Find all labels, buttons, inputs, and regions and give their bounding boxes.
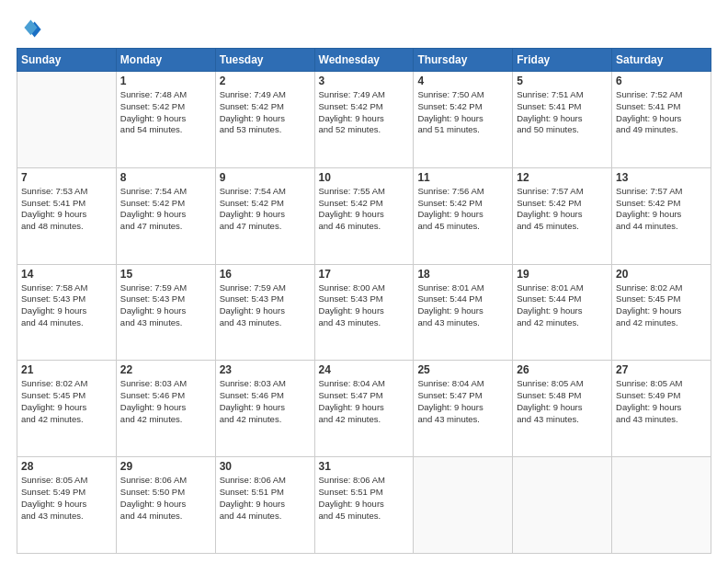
calendar-day-cell: 31Sunrise: 8:06 AM Sunset: 5:51 PM Dayli… [314, 457, 414, 554]
day-number: 15 [120, 268, 211, 281]
day-info: Sunrise: 8:05 AM Sunset: 5:49 PM Dayligh… [616, 378, 707, 425]
calendar-day-cell: 20Sunrise: 8:02 AM Sunset: 5:45 PM Dayli… [612, 264, 711, 361]
calendar-week-row: 1Sunrise: 7:48 AM Sunset: 5:42 PM Daylig… [17, 72, 711, 168]
calendar-day-cell [513, 457, 612, 554]
day-number: 31 [319, 460, 410, 473]
day-number: 16 [220, 268, 311, 281]
calendar-day-cell: 4Sunrise: 7:50 AM Sunset: 5:42 PM Daylig… [414, 72, 513, 168]
day-info: Sunrise: 7:58 AM Sunset: 5:43 PM Dayligh… [21, 282, 112, 329]
day-info: Sunrise: 8:06 AM Sunset: 5:51 PM Dayligh… [319, 475, 410, 522]
day-number: 7 [21, 171, 112, 184]
calendar-day-cell: 12Sunrise: 7:57 AM Sunset: 5:42 PM Dayli… [513, 167, 612, 264]
calendar-day-cell: 13Sunrise: 7:57 AM Sunset: 5:42 PM Dayli… [612, 167, 711, 264]
day-number: 10 [319, 171, 410, 184]
day-number: 3 [319, 75, 410, 87]
day-number: 22 [120, 363, 211, 376]
day-info: Sunrise: 7:59 AM Sunset: 5:43 PM Dayligh… [220, 282, 311, 329]
calendar-day-cell: 24Sunrise: 8:04 AM Sunset: 5:47 PM Dayli… [314, 361, 414, 457]
day-number: 18 [417, 268, 508, 281]
day-info: Sunrise: 8:02 AM Sunset: 5:45 PM Dayligh… [616, 282, 707, 329]
day-info: Sunrise: 8:02 AM Sunset: 5:45 PM Dayligh… [21, 378, 112, 425]
day-info: Sunrise: 7:57 AM Sunset: 5:42 PM Dayligh… [517, 186, 608, 233]
day-info: Sunrise: 8:01 AM Sunset: 5:44 PM Dayligh… [417, 282, 508, 329]
day-number: 30 [220, 460, 311, 473]
day-info: Sunrise: 8:06 AM Sunset: 5:50 PM Dayligh… [120, 475, 211, 522]
day-number: 25 [417, 363, 508, 376]
calendar-day-cell: 25Sunrise: 8:04 AM Sunset: 5:47 PM Dayli… [414, 361, 513, 457]
day-info: Sunrise: 7:52 AM Sunset: 5:41 PM Dayligh… [616, 89, 707, 136]
day-number: 11 [417, 171, 508, 184]
day-info: Sunrise: 7:51 AM Sunset: 5:41 PM Dayligh… [517, 89, 608, 136]
calendar-day-cell: 2Sunrise: 7:49 AM Sunset: 5:42 PM Daylig… [215, 72, 314, 168]
calendar-day-cell: 9Sunrise: 7:54 AM Sunset: 5:42 PM Daylig… [215, 167, 314, 264]
calendar-day-cell: 1Sunrise: 7:48 AM Sunset: 5:42 PM Daylig… [116, 72, 215, 168]
calendar-day-cell [414, 457, 513, 554]
calendar-day-header: Tuesday [215, 49, 314, 72]
calendar-day-cell: 27Sunrise: 8:05 AM Sunset: 5:49 PM Dayli… [612, 361, 711, 457]
day-info: Sunrise: 7:49 AM Sunset: 5:42 PM Dayligh… [220, 89, 311, 136]
day-number: 19 [517, 268, 608, 281]
calendar-day-cell: 23Sunrise: 8:03 AM Sunset: 5:46 PM Dayli… [215, 361, 314, 457]
calendar-day-cell: 10Sunrise: 7:55 AM Sunset: 5:42 PM Dayli… [314, 167, 414, 264]
calendar-header-row: SundayMondayTuesdayWednesdayThursdayFrid… [17, 49, 711, 72]
day-number: 5 [517, 75, 608, 87]
day-number: 20 [616, 268, 707, 281]
day-info: Sunrise: 7:57 AM Sunset: 5:42 PM Dayligh… [616, 186, 707, 233]
calendar-day-cell: 8Sunrise: 7:54 AM Sunset: 5:42 PM Daylig… [116, 167, 215, 264]
calendar-day-cell: 5Sunrise: 7:51 AM Sunset: 5:41 PM Daylig… [513, 72, 612, 168]
calendar-table: SundayMondayTuesdayWednesdayThursdayFrid… [17, 48, 711, 554]
day-info: Sunrise: 8:04 AM Sunset: 5:47 PM Dayligh… [319, 378, 410, 425]
calendar-day-cell: 3Sunrise: 7:49 AM Sunset: 5:42 PM Daylig… [314, 72, 414, 168]
day-info: Sunrise: 8:03 AM Sunset: 5:46 PM Dayligh… [120, 378, 211, 425]
calendar-day-header: Saturday [612, 49, 711, 72]
day-number: 12 [517, 171, 608, 184]
day-info: Sunrise: 8:04 AM Sunset: 5:47 PM Dayligh… [417, 378, 508, 425]
day-number: 13 [616, 171, 707, 184]
header [17, 17, 711, 42]
calendar-day-cell: 17Sunrise: 8:00 AM Sunset: 5:43 PM Dayli… [314, 264, 414, 361]
day-number: 24 [319, 363, 410, 376]
calendar-day-cell: 30Sunrise: 8:06 AM Sunset: 5:51 PM Dayli… [215, 457, 314, 554]
calendar-day-cell: 29Sunrise: 8:06 AM Sunset: 5:50 PM Dayli… [116, 457, 215, 554]
page: SundayMondayTuesdayWednesdayThursdayFrid… [0, 0, 728, 563]
day-info: Sunrise: 8:05 AM Sunset: 5:49 PM Dayligh… [21, 475, 112, 522]
day-info: Sunrise: 8:05 AM Sunset: 5:48 PM Dayligh… [517, 378, 608, 425]
day-info: Sunrise: 8:00 AM Sunset: 5:43 PM Dayligh… [319, 282, 410, 329]
calendar-day-cell: 14Sunrise: 7:58 AM Sunset: 5:43 PM Dayli… [17, 264, 117, 361]
calendar-day-cell: 11Sunrise: 7:56 AM Sunset: 5:42 PM Dayli… [414, 167, 513, 264]
day-info: Sunrise: 7:49 AM Sunset: 5:42 PM Dayligh… [319, 89, 410, 136]
logo-icon [17, 17, 42, 42]
calendar-week-row: 14Sunrise: 7:58 AM Sunset: 5:43 PM Dayli… [17, 264, 711, 361]
day-info: Sunrise: 8:03 AM Sunset: 5:46 PM Dayligh… [220, 378, 311, 425]
day-number: 8 [120, 171, 211, 184]
day-info: Sunrise: 8:01 AM Sunset: 5:44 PM Dayligh… [517, 282, 608, 329]
day-number: 23 [220, 363, 311, 376]
calendar-day-cell: 15Sunrise: 7:59 AM Sunset: 5:43 PM Dayli… [116, 264, 215, 361]
day-number: 26 [517, 363, 608, 376]
calendar-day-cell: 19Sunrise: 8:01 AM Sunset: 5:44 PM Dayli… [513, 264, 612, 361]
day-number: 4 [417, 75, 508, 87]
day-info: Sunrise: 7:54 AM Sunset: 5:42 PM Dayligh… [120, 186, 211, 233]
calendar-day-cell: 6Sunrise: 7:52 AM Sunset: 5:41 PM Daylig… [612, 72, 711, 168]
calendar-day-cell: 18Sunrise: 8:01 AM Sunset: 5:44 PM Dayli… [414, 264, 513, 361]
day-info: Sunrise: 7:56 AM Sunset: 5:42 PM Dayligh… [417, 186, 508, 233]
calendar-day-header: Thursday [414, 49, 513, 72]
day-number: 27 [616, 363, 707, 376]
calendar-day-cell: 21Sunrise: 8:02 AM Sunset: 5:45 PM Dayli… [17, 361, 117, 457]
calendar-day-header: Friday [513, 49, 612, 72]
day-number: 14 [21, 268, 112, 281]
day-number: 21 [21, 363, 112, 376]
day-info: Sunrise: 7:50 AM Sunset: 5:42 PM Dayligh… [417, 89, 508, 136]
day-number: 9 [220, 171, 311, 184]
day-info: Sunrise: 7:48 AM Sunset: 5:42 PM Dayligh… [120, 89, 211, 136]
calendar-day-cell: 7Sunrise: 7:53 AM Sunset: 5:41 PM Daylig… [17, 167, 117, 264]
day-number: 28 [21, 460, 112, 473]
calendar-day-header: Wednesday [314, 49, 414, 72]
calendar-day-header: Sunday [17, 49, 117, 72]
day-number: 2 [220, 75, 311, 87]
logo [17, 17, 44, 42]
day-info: Sunrise: 7:55 AM Sunset: 5:42 PM Dayligh… [319, 186, 410, 233]
calendar-week-row: 7Sunrise: 7:53 AM Sunset: 5:41 PM Daylig… [17, 167, 711, 264]
day-number: 6 [616, 75, 707, 87]
calendar-day-cell: 22Sunrise: 8:03 AM Sunset: 5:46 PM Dayli… [116, 361, 215, 457]
